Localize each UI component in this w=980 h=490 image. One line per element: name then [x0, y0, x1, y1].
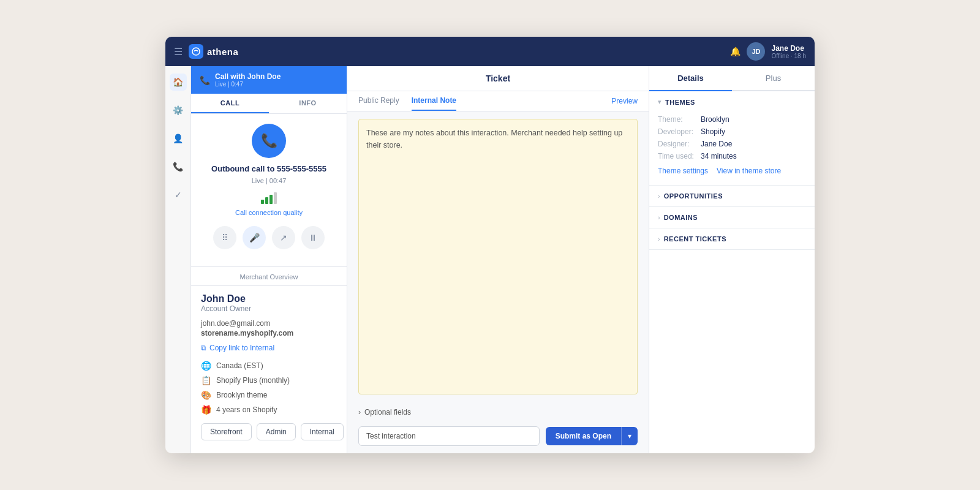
- call-header: 📞 Call with John Doe Live | 0:47: [191, 66, 347, 94]
- signal-bar-2: [265, 197, 268, 204]
- opportunities-section-header[interactable]: › OPPORTUNITIES: [649, 186, 815, 206]
- tab-call[interactable]: CALL: [191, 94, 269, 113]
- merchant-info: John Doe Account Owner john.doe@gmail.co…: [191, 285, 347, 453]
- theme-icon: 🎨: [201, 390, 211, 400]
- themes-section-title: THEMES: [665, 99, 695, 106]
- view-in-store-link[interactable]: View in theme store: [717, 167, 781, 175]
- developer-label: Developer:: [658, 127, 701, 136]
- tab-internal-note[interactable]: Internal Note: [412, 96, 456, 111]
- tab-plus[interactable]: Plus: [732, 66, 815, 90]
- user-info: Jane Doe Offline · 18 h: [771, 44, 806, 59]
- top-nav: ☰ athena 🔔 JD Jane Doe Offline · 18 h: [165, 37, 815, 66]
- merchant-name: John Doe: [201, 293, 337, 304]
- subject-input[interactable]: [358, 426, 540, 446]
- theme-value: Brooklyn: [701, 115, 729, 124]
- user-status: Offline · 18 h: [771, 53, 806, 59]
- designer-label: Designer:: [658, 140, 701, 148]
- domains-section-header[interactable]: › DOMAINS: [649, 207, 815, 228]
- admin-button[interactable]: Admin: [257, 423, 296, 440]
- sidebar-item-contacts[interactable]: 👤: [170, 130, 187, 147]
- notification-icon[interactable]: 🔔: [730, 47, 741, 56]
- transfer-button[interactable]: ↗: [272, 226, 295, 249]
- call-number: Outbound call to 555-555-5555: [211, 164, 326, 173]
- opportunities-chevron-icon: ›: [658, 192, 660, 200]
- ticket-panel: Ticket Public Reply Internal Note Previe…: [347, 66, 649, 453]
- opportunities-section-title: OPPORTUNITIES: [664, 192, 723, 200]
- meta-theme: 🎨 Brooklyn theme: [201, 390, 337, 400]
- storefront-button[interactable]: Storefront: [201, 423, 252, 440]
- themes-section: ▾ THEMES Theme: Brooklyn Developer: Shop…: [649, 91, 815, 186]
- sidebar-item-home[interactable]: 🏠: [170, 74, 187, 91]
- meta-years: 🎁 4 years on Shopify: [201, 405, 337, 415]
- call-quality: Call connection quality: [235, 209, 303, 216]
- phone-icon: 📞: [200, 75, 210, 85]
- domains-section-title: DOMAINS: [664, 214, 698, 221]
- preview-button[interactable]: Preview: [611, 97, 638, 110]
- merchant-meta: 🌐 Canada (EST) 📋 Shopify Plus (monthly) …: [201, 361, 337, 415]
- sidebar-item-tasks[interactable]: ✓: [170, 186, 187, 203]
- merchant-store: storename.myshopify.com: [201, 329, 337, 337]
- designer-value: Jane Doe: [701, 140, 732, 148]
- optional-fields-toggle[interactable]: › Optional fields: [358, 408, 638, 417]
- logo-text: athena: [207, 47, 238, 57]
- meta-theme-text: Brooklyn theme: [216, 391, 267, 399]
- recent-tickets-chevron-icon: ›: [658, 235, 660, 243]
- call-avatar: 📞: [252, 124, 286, 158]
- call-tabs: CALL INFO: [191, 94, 347, 114]
- ticket-tabs: Public Reply Internal Note Preview: [347, 91, 649, 111]
- themes-section-body: Theme: Brooklyn Developer: Shopify Desig…: [649, 113, 815, 185]
- call-header-title: Call with John Doe: [215, 72, 281, 81]
- tab-public-reply[interactable]: Public Reply: [358, 96, 399, 111]
- ticket-header: Ticket: [347, 66, 649, 91]
- call-header-live: Live | 0:47: [215, 81, 281, 88]
- submit-dropdown-button[interactable]: ▾: [621, 427, 638, 445]
- call-timer: Live | 00:47: [252, 177, 287, 184]
- signal-bar-4: [274, 192, 277, 204]
- gift-icon: 🎁: [201, 405, 211, 415]
- theme-settings-link[interactable]: Theme settings: [658, 167, 708, 175]
- logo: athena: [189, 44, 730, 59]
- tab-info[interactable]: INFO: [269, 94, 347, 113]
- avatar: JD: [747, 42, 765, 61]
- merchant-overview-label: Merchant Overview: [191, 271, 347, 285]
- merchant-email: john.doe@gmail.com: [201, 319, 337, 328]
- details-panel: Details Plus ▾ THEMES Theme: Brooklyn De…: [649, 66, 815, 453]
- plan-icon: 📋: [201, 375, 211, 385]
- themes-section-header[interactable]: ▾ THEMES: [649, 91, 815, 113]
- sidebar-item-settings[interactable]: ⚙️: [170, 102, 187, 119]
- ticket-footer: Submit as Open ▾: [347, 421, 649, 453]
- top-nav-right: 🔔 JD Jane Doe Offline · 18 h: [730, 42, 806, 61]
- recent-tickets-section-title: RECENT TICKETS: [664, 235, 726, 243]
- developer-row: Developer: Shopify: [658, 127, 806, 136]
- svg-point-0: [192, 48, 200, 55]
- meta-years-text: 4 years on Shopify: [216, 405, 277, 414]
- call-header-info: Call with John Doe Live | 0:47: [215, 72, 281, 88]
- copy-link-button[interactable]: ⧉ Copy link to Internal: [201, 344, 337, 352]
- theme-links: Theme settings View in theme store: [658, 164, 806, 178]
- meta-plan: 📋 Shopify Plus (monthly): [201, 375, 337, 385]
- recent-tickets-section-header[interactable]: › RECENT TICKETS: [649, 228, 815, 249]
- user-name: Jane Doe: [771, 44, 804, 53]
- call-content: 📞 Outbound call to 555-555-5555 Live | 0…: [191, 114, 347, 264]
- submit-button[interactable]: Submit as Open: [546, 427, 621, 445]
- note-textarea[interactable]: These are my notes about this interactio…: [358, 119, 638, 394]
- main-body: 🏠 ⚙️ 👤 📞 ✓ 📞 Call with John Doe Live | 0…: [165, 66, 815, 453]
- recent-tickets-section: › RECENT TICKETS: [649, 228, 815, 250]
- meta-location: 🌐 Canada (EST): [201, 361, 337, 371]
- sidebar-item-phone[interactable]: 📞: [170, 158, 187, 175]
- hold-button[interactable]: ⏸: [301, 226, 325, 249]
- dialpad-button[interactable]: ⠿: [213, 226, 236, 249]
- tab-details[interactable]: Details: [649, 66, 732, 91]
- mute-button[interactable]: 🎤: [243, 226, 266, 249]
- chevron-right-icon: ›: [358, 408, 361, 417]
- details-tabs: Details Plus: [649, 66, 815, 91]
- time-value: 34 minutes: [701, 152, 737, 160]
- designer-row: Designer: Jane Doe: [658, 140, 806, 148]
- internal-button[interactable]: Internal: [301, 423, 344, 440]
- globe-icon: 🌐: [201, 361, 211, 371]
- signal-bar-3: [270, 195, 273, 204]
- merchant-actions: Storefront Admin Internal: [201, 423, 337, 440]
- hamburger-icon[interactable]: ☰: [174, 46, 183, 58]
- optional-fields-section: › Optional fields: [347, 402, 649, 421]
- theme-label: Theme:: [658, 115, 701, 124]
